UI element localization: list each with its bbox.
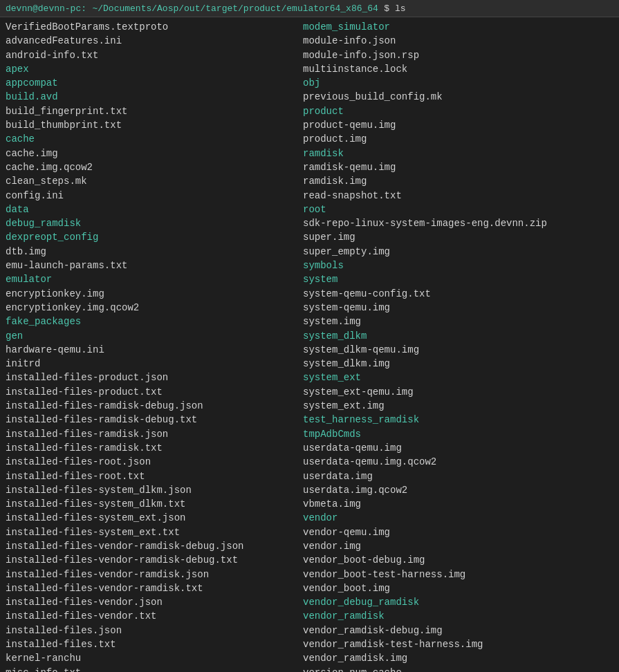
list-item: initrd <box>6 357 292 371</box>
header-command: $ ls <box>384 3 405 14</box>
list-item: tmpAdbCmds <box>303 427 610 441</box>
list-item: encryptionkey.img <box>6 287 292 301</box>
list-item: vendor_boot-debug.img <box>303 553 610 567</box>
list-item: system_ext <box>303 371 610 384</box>
list-item: cache <box>6 132 292 146</box>
list-item: module-info.json.rsp <box>303 48 610 62</box>
file-listing: VerifiedBootParams.textprotoadvancedFeat… <box>0 17 619 672</box>
list-item: read-snapshot.txt <box>303 189 610 203</box>
list-item: installed-files.txt <box>6 637 292 651</box>
list-item: symbols <box>303 259 610 272</box>
list-item: installed-files-vendor-ramdisk.json <box>6 568 292 581</box>
list-item: VerifiedBootParams.textproto <box>6 20 292 34</box>
list-item: installed-files-system_ext.json <box>6 511 292 525</box>
list-item: emulator <box>6 272 292 286</box>
list-item: vendor.img <box>303 539 610 553</box>
list-item: installed-files-vendor-ramdisk-debug.jso… <box>6 539 292 553</box>
list-item: vendor_ramdisk-test-harness.img <box>303 637 610 651</box>
terminal-header: devnn@devnn-pc: ~/Documents/Aosp/out/tar… <box>0 0 619 17</box>
list-item: installed-files-vendor.json <box>6 595 292 609</box>
list-item: installed-files-ramdisk.txt <box>6 441 292 455</box>
list-item: root <box>303 203 610 216</box>
list-item: cache.img.qcow2 <box>6 160 292 174</box>
list-item: product-qemu.img <box>303 118 610 132</box>
list-item: installed-files-vendor-ramdisk.txt <box>6 581 292 595</box>
list-item: sdk-repo-linux-system-images-eng.devnn.z… <box>303 216 610 230</box>
list-item: dtb.img <box>6 245 292 259</box>
list-item: system_dlkm <box>303 329 610 343</box>
list-item: hardware-qemu.ini <box>6 343 292 357</box>
list-item: installed-files-product.txt <box>6 385 292 399</box>
list-item: userdata.img <box>303 469 610 483</box>
list-item: super.img <box>303 230 610 244</box>
list-item: misc_info.txt <box>6 666 292 672</box>
list-item: previous_build_config.mk <box>303 90 610 104</box>
list-item: clean_steps.mk <box>6 174 292 188</box>
list-item: config.ini <box>6 189 292 203</box>
header-user-host: devnn@devnn-pc: <box>6 3 86 14</box>
list-item: vendor_ramdisk.img <box>303 651 610 665</box>
list-item: installed-files-root.txt <box>6 469 292 483</box>
list-item: userdata-qemu.img <box>303 441 610 455</box>
list-item: userdata.img.qcow2 <box>303 483 610 497</box>
list-item: vendor_ramdisk-debug.img <box>303 624 610 637</box>
list-item: installed-files-root.json <box>6 455 292 469</box>
list-item: installed-files-vendor.txt <box>6 609 292 623</box>
list-item: appcompat <box>6 76 292 90</box>
list-item: vendor_boot-test-harness.img <box>303 568 610 581</box>
list-item: super_empty.img <box>303 245 610 259</box>
list-item: ramdisk-qemu.img <box>303 160 610 174</box>
list-item: system <box>303 272 610 286</box>
list-item: installed-files-system_ext.txt <box>6 525 292 539</box>
list-item: vendor_boot.img <box>303 581 610 595</box>
list-item: ramdisk <box>303 147 610 160</box>
list-item: installed-files-system_dlkm.txt <box>6 497 292 511</box>
list-item: installed-files-ramdisk-debug.txt <box>6 413 292 427</box>
list-item: system_dlkm.img <box>303 357 610 371</box>
terminal: devnn@devnn-pc: ~/Documents/Aosp/out/tar… <box>0 0 619 672</box>
list-item: system_ext-qemu.img <box>303 385 610 399</box>
list-item: apex <box>6 62 292 76</box>
list-item: kernel-ranchu <box>6 651 292 665</box>
header-path: ~/Documents/Aosp/out/target/product/emul… <box>92 3 378 14</box>
list-item: modem_simulator <box>303 20 610 34</box>
list-item: vendor <box>303 511 610 525</box>
list-item: vendor_debug_ramdisk <box>303 595 610 609</box>
list-item: vendor-qemu.img <box>303 525 610 539</box>
list-item: userdata-qemu.img.qcow2 <box>303 455 610 469</box>
list-item: multiinstance.lock <box>303 62 610 76</box>
list-item: android-info.txt <box>6 48 292 62</box>
list-item: module-info.json <box>303 34 610 48</box>
list-item: system_dlkm-qemu.img <box>303 343 610 357</box>
list-item: installed-files-ramdisk-debug.json <box>6 399 292 413</box>
list-item: system_ext.img <box>303 399 610 413</box>
right-column: modem_simulatormodule-info.jsonmodule-in… <box>297 20 616 672</box>
list-item: debug_ramdisk <box>6 216 292 230</box>
list-item: build_fingerprint.txt <box>6 104 292 118</box>
list-item: build_thumbprint.txt <box>6 118 292 132</box>
left-column: VerifiedBootParams.textprotoadvancedFeat… <box>0 20 297 672</box>
list-item: obj <box>303 76 610 90</box>
list-item: gen <box>6 329 292 343</box>
list-item: vendor_ramdisk <box>303 609 610 623</box>
list-item: product <box>303 104 610 118</box>
list-item: installed-files-ramdisk.json <box>6 427 292 441</box>
list-item: emu-launch-params.txt <box>6 259 292 272</box>
list-item: installed-files.json <box>6 624 292 637</box>
list-item: data <box>6 203 292 216</box>
list-item: version_num.cache <box>303 666 610 672</box>
list-item: installed-files-product.json <box>6 371 292 384</box>
list-item: dexpreopt_config <box>6 230 292 244</box>
list-item: cache.img <box>6 147 292 160</box>
list-item: ramdisk.img <box>303 174 610 188</box>
list-item: encryptionkey.img.qcow2 <box>6 301 292 315</box>
header-line: devnn@devnn-pc: ~/Documents/Aosp/out/tar… <box>6 3 406 14</box>
list-item: fake_packages <box>6 315 292 328</box>
list-item: build.avd <box>6 90 292 104</box>
list-item: system-qemu.img <box>303 301 610 315</box>
list-item: system-qemu-config.txt <box>303 287 610 301</box>
list-item: vbmeta.img <box>303 497 610 511</box>
list-item: system.img <box>303 315 610 328</box>
list-item: installed-files-vendor-ramdisk-debug.txt <box>6 553 292 567</box>
list-item: test_harness_ramdisk <box>303 413 610 427</box>
